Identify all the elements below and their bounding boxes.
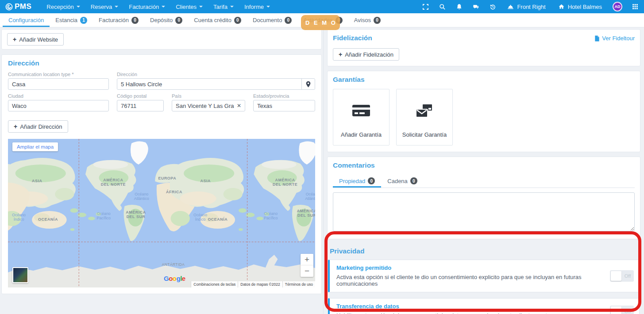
zip-input[interactable] <box>117 100 164 111</box>
top-navbar: PMS Recepción Reserva Facturación Client… <box>0 0 644 13</box>
ver-fideltour-label: Ver Fideltour <box>602 35 635 42</box>
map-label-europa: EUROPA <box>158 176 176 180</box>
chevron-down-icon <box>230 6 234 8</box>
tab-cuenta-credito[interactable]: Cuenta crédito0 <box>188 13 247 27</box>
tab-deposito[interactable]: Depósito0 <box>144 13 188 27</box>
expand-map-button[interactable]: Ampliar el mapa <box>12 142 58 151</box>
city-input[interactable] <box>8 100 109 111</box>
menu-informe[interactable]: Informe <box>239 0 275 13</box>
clear-icon[interactable]: ✕ <box>237 103 241 109</box>
map-label-pacifico: Pacífico <box>264 216 278 220</box>
communication-location-type-input[interactable] <box>8 78 109 90</box>
map-label-america-sur: DEL SUR <box>127 214 146 219</box>
tab-label: Avisos <box>354 17 371 23</box>
website-card: +Añadir Website <box>1 29 322 50</box>
state-input[interactable] <box>253 100 315 111</box>
tab-label: Estancia <box>55 17 77 23</box>
zoom-in-button[interactable]: + <box>301 254 313 265</box>
add-loyalty-button[interactable]: +Añadir Fidelización <box>333 48 399 61</box>
tab-badge: 0 <box>175 17 182 24</box>
hotel-selector[interactable]: Hotel Balmes <box>552 0 608 13</box>
map-label-indico: Índico <box>14 217 24 222</box>
zoom-out-button[interactable]: − <box>301 265 313 277</box>
field-label: País <box>172 93 245 99</box>
top-right-tools: Front Right Hotel Balmes AD <box>417 0 640 13</box>
add-website-button[interactable]: +Añadir Website <box>7 33 64 46</box>
menu-label: Tarifa <box>213 4 228 10</box>
map-label-pacifico: Océano <box>97 211 111 216</box>
tab-estancia[interactable]: Estancia1 <box>50 13 93 27</box>
tab-label: Cuenta crédito <box>194 17 231 23</box>
request-guarantee-label: Solicitar Garantía <box>402 131 447 138</box>
field-label: Dirección <box>117 72 315 77</box>
menu-clientes[interactable]: Clientes <box>170 0 208 13</box>
tab-documento[interactable]: Documento0 <box>247 13 297 27</box>
keyboard-shortcuts-link[interactable]: Combinaciones de teclas <box>191 281 238 287</box>
data-transfer-toggle[interactable]: Off <box>610 306 634 314</box>
tab-configuracion[interactable]: Configuración <box>3 13 50 27</box>
field-label: Estado/provincia <box>253 93 315 99</box>
street-input[interactable] <box>117 79 301 89</box>
field-city: Ciudad <box>8 93 109 111</box>
tab-propiedad[interactable]: Propiedad0 <box>333 176 381 188</box>
menu-tarifa[interactable]: Tarifa <box>208 0 239 13</box>
chat-icon[interactable] <box>467 0 484 13</box>
add-address-button[interactable]: +Añadir Dirección <box>8 120 68 133</box>
notifications-bell-icon[interactable] <box>451 0 467 13</box>
chevron-down-icon <box>266 6 270 8</box>
comments-textarea[interactable] <box>333 192 635 231</box>
hotel-name: Hotel Balmes <box>568 4 602 10</box>
field-label: Código postal <box>117 93 164 99</box>
user-avatar[interactable]: AD <box>613 2 622 11</box>
toggle-state-label: Off <box>621 273 634 279</box>
fullscreen-icon[interactable] <box>417 0 434 13</box>
front-office-selector[interactable]: Front Right <box>501 0 551 13</box>
map-pin-button[interactable] <box>301 79 315 89</box>
search-icon[interactable] <box>434 0 451 13</box>
add-guarantee-label: Añadir Garantía <box>341 131 382 138</box>
satellite-view-toggle[interactable] <box>12 267 28 283</box>
address-form-row-2: Ciudad Código postal País San Vicente Y … <box>8 93 315 111</box>
tab-label: Propiedad <box>339 178 365 184</box>
toggle-state-label: Off <box>621 309 634 314</box>
menu-recepcion[interactable]: Recepción <box>41 0 85 13</box>
tab-label: Documento <box>253 17 282 23</box>
address-card: Dirección Communication location type * … <box>1 54 322 294</box>
marketing-toggle[interactable]: Off <box>610 270 634 282</box>
menu-facturacion[interactable]: Facturación <box>123 0 170 13</box>
history-icon[interactable] <box>484 0 501 13</box>
map-label-america-norte: DEL NORTE <box>101 182 126 187</box>
menu-label: Clientes <box>176 4 197 10</box>
ver-fideltour-link[interactable]: Ver Fideltour <box>594 35 635 42</box>
map-label-america-sur: AMÉRICA <box>126 210 146 214</box>
country-select[interactable]: San Vicente Y Las Granad... ✕ <box>172 100 245 111</box>
map-label-america-norte: AMÉRICA <box>103 178 123 182</box>
app-window: PMS Recepción Reserva Facturación Client… <box>0 0 644 314</box>
google-logo[interactable]: Google <box>164 275 185 282</box>
field-communication-location-type: Communication location type * <box>8 72 109 90</box>
world-map[interactable]: ASIA AMÉRICA DEL NORTE EUROPA ÁFRICA ASI… <box>8 139 315 287</box>
tab-label: Depósito <box>150 17 173 23</box>
map-label-indico: Océano <box>193 213 207 217</box>
tab-facturacion[interactable]: Facturación0 <box>93 13 144 27</box>
map-label-pacifico: Pacífico <box>97 216 111 220</box>
main-content: +Añadir Website Dirección Communication … <box>0 27 644 314</box>
chevron-down-icon <box>199 6 203 8</box>
add-loyalty-label: Añadir Fidelización <box>345 51 393 58</box>
tab-avisos[interactable]: Avisos0 <box>348 13 386 27</box>
request-guarantee-card[interactable]: Solicitar Garantía <box>396 89 453 146</box>
add-guarantee-card[interactable]: Añadir Garantía <box>333 89 389 146</box>
map-label-africa: ÁFRICA <box>166 190 182 194</box>
pms-logo[interactable]: PMS <box>5 2 31 11</box>
tab-bar: Configuración Estancia1 Facturación0 Dep… <box>0 13 644 27</box>
loyalty-card: Fidelización Ver Fideltour +Añadir Fidel… <box>327 29 640 66</box>
field-country: País San Vicente Y Las Granad... ✕ <box>172 93 245 111</box>
tab-cadena[interactable]: Cadena0 <box>381 176 424 188</box>
apps-grid-icon[interactable] <box>627 0 644 13</box>
terms-link[interactable]: Términos de uso <box>282 281 315 287</box>
add-website-label: Añadir Website <box>19 36 58 43</box>
menu-reserva[interactable]: Reserva <box>85 0 123 13</box>
guarantees-section-title: Garantías <box>333 76 635 84</box>
guarantee-actions: Añadir Garantía Solicitar Garantía <box>333 89 635 146</box>
transferencia-datos-item: Transferencia de datos Habilitar esta op… <box>328 298 640 314</box>
